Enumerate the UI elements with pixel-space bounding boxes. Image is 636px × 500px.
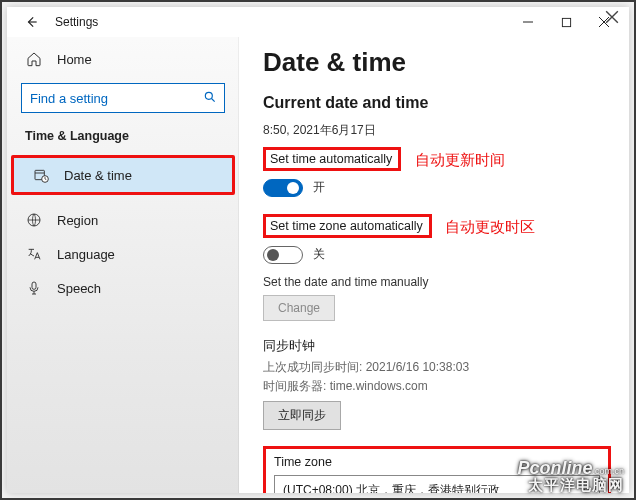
globe-icon [25, 211, 43, 229]
sync-last-success: 上次成功同步时间: 2021/6/16 10:38:03 [263, 359, 611, 376]
svg-rect-5 [32, 282, 36, 289]
back-button[interactable] [13, 7, 51, 37]
home-icon [25, 50, 43, 68]
nav-region[interactable]: Region [7, 203, 239, 237]
annotation-set-time-auto: 自动更新时间 [415, 151, 505, 168]
change-button[interactable]: Change [263, 295, 335, 321]
sync-server: 时间服务器: time.windows.com [263, 378, 611, 395]
sync-now-button[interactable]: 立即同步 [263, 401, 341, 430]
sidebar: Home Time & Language Date & time [7, 37, 239, 493]
sidebar-group-heading: Time & Language [7, 123, 239, 153]
search-input[interactable] [21, 83, 225, 113]
page-title: Date & time [263, 47, 611, 78]
timezone-value: (UTC+08:00) 北京，重庆，香港特别行政 [283, 482, 500, 494]
sync-clock-heading: 同步时钟 [263, 337, 611, 355]
nav-date-time-label: Date & time [64, 168, 132, 183]
microphone-icon [25, 279, 43, 297]
svg-point-1 [205, 92, 212, 99]
maximize-button[interactable] [547, 7, 585, 37]
window-title: Settings [55, 15, 98, 29]
timezone-select[interactable]: (UTC+08:00) 北京，重庆，香港特别行政 [274, 475, 600, 493]
titlebar: Settings [7, 7, 629, 37]
minimize-icon [522, 16, 534, 28]
annotation-set-tz-auto: 自动更改时区 [445, 218, 535, 235]
minimize-button[interactable] [509, 7, 547, 37]
main-content: Date & time Current date and time 8:50, … [239, 37, 629, 493]
settings-window: Settings Home [7, 7, 629, 493]
nav-region-label: Region [57, 213, 98, 228]
nav-language-label: Language [57, 247, 115, 262]
search-icon [203, 90, 217, 104]
annotation-box-timezone: Time zone (UTC+08:00) 北京，重庆，香港特别行政 [263, 446, 611, 493]
annotation-box-datetime: Date & time [11, 155, 235, 195]
svg-rect-0 [562, 18, 570, 26]
nav-speech[interactable]: Speech [7, 271, 239, 305]
current-datetime-value: 8:50, 2021年6月17日 [263, 122, 611, 139]
maximize-icon [561, 17, 572, 28]
toggle-set-tz-auto-state: 关 [313, 246, 325, 263]
set-manual-label: Set the date and time manually [263, 275, 611, 289]
outer-frame-close-icon [592, 4, 632, 30]
current-datetime-heading: Current date and time [263, 94, 611, 112]
nav-home-label: Home [57, 52, 92, 67]
toggle-set-tz-auto[interactable] [263, 246, 303, 264]
nav-language[interactable]: Language [7, 237, 239, 271]
nav-home[interactable]: Home [7, 43, 239, 75]
timezone-heading: Time zone [274, 455, 600, 469]
calendar-clock-icon [32, 166, 50, 184]
nav-date-time[interactable]: Date & time [14, 158, 232, 192]
set-time-auto-label: Set time automatically [263, 147, 401, 171]
set-tz-auto-label: Set time zone automatically [263, 214, 432, 238]
toggle-set-time-auto-state: 开 [313, 179, 325, 196]
chevron-down-icon [581, 485, 591, 493]
arrow-left-icon [25, 15, 39, 29]
toggle-set-time-auto[interactable] [263, 179, 303, 197]
nav-speech-label: Speech [57, 281, 101, 296]
language-icon [25, 245, 43, 263]
